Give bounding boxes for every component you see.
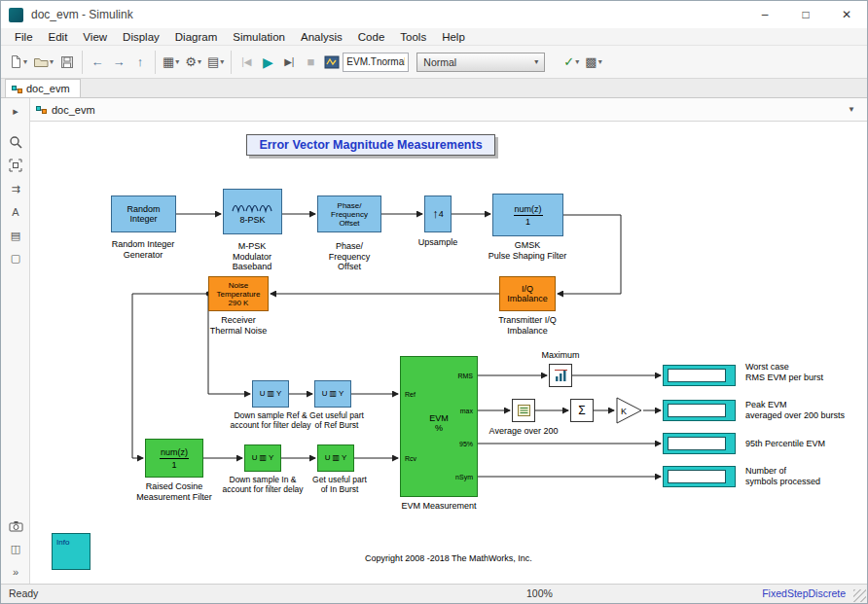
menu-view[interactable]: View xyxy=(75,28,115,46)
status-solver[interactable]: FixedStepDiscrete xyxy=(762,587,846,599)
annotation-button[interactable]: A xyxy=(1,201,30,223)
evm-rms-port: RMS xyxy=(457,373,473,380)
menubar: File Edit View Display Diagram Simulatio… xyxy=(1,28,867,46)
running-maximum-icon xyxy=(554,369,568,382)
run-button[interactable]: ▶ xyxy=(257,50,278,75)
save-button[interactable] xyxy=(56,50,78,75)
evm-measurement-block[interactable]: Ref Rcv RMS max 95% nSym EVM% xyxy=(400,356,478,497)
simulation-data-inspector-button[interactable] xyxy=(321,50,343,75)
simulation-stop-time-input[interactable] xyxy=(343,53,409,72)
forward-button[interactable]: → xyxy=(108,50,129,75)
mpsk-modulator-block[interactable]: 8-PSK xyxy=(223,189,282,234)
resize-grip[interactable] xyxy=(853,589,866,602)
toolbar-separator xyxy=(82,51,83,74)
simulation-mode-dropdown[interactable]: Normal ▾ xyxy=(416,53,545,72)
up-to-parent-button[interactable]: ↑ xyxy=(129,50,151,75)
evm-rcv-port: Rcv xyxy=(405,455,416,463)
menu-help[interactable]: Help xyxy=(434,28,473,46)
random-integer-generator-block[interactable]: Random Integer xyxy=(111,195,176,232)
minimize-button[interactable]: – xyxy=(744,1,785,28)
get-ref-burst-block[interactable]: U ▥ Y xyxy=(314,380,351,408)
sum-block[interactable]: Σ xyxy=(570,399,594,422)
selector-icon: ▥ xyxy=(259,453,267,463)
display-peak-evm[interactable] xyxy=(663,400,736,421)
gain-block[interactable]: K xyxy=(616,397,643,424)
palette-toolbar: ▸ ⇉ A ▤ ▢ ◫ » xyxy=(1,98,30,584)
average-block[interactable] xyxy=(512,399,535,422)
area-button[interactable]: ▢ xyxy=(1,247,30,268)
model-file-icon xyxy=(36,104,47,115)
signal-wires[interactable] xyxy=(30,122,867,584)
selector-icon: ▥ xyxy=(329,389,337,399)
receiver-thermal-noise-block[interactable]: Noise Temperature 290 K xyxy=(208,276,269,311)
maximum-block[interactable] xyxy=(549,364,572,387)
menu-analysis[interactable]: Analysis xyxy=(293,28,350,46)
toolbar-separator xyxy=(155,51,156,74)
viewmarks-button[interactable] xyxy=(1,515,30,537)
fit-to-view-button[interactable] xyxy=(1,155,30,176)
status-zoom-level: 100% xyxy=(526,587,553,599)
get-in-burst-block[interactable]: U ▥ Y xyxy=(317,444,354,472)
new-model-button[interactable]: ▾ xyxy=(7,50,30,75)
fit-to-view-icon xyxy=(9,159,22,172)
display-num-symbols[interactable] xyxy=(663,466,736,487)
scope-icon xyxy=(324,55,340,69)
maximize-button[interactable]: □ xyxy=(785,1,826,28)
folder-icon xyxy=(33,55,49,68)
model-settings-button[interactable]: ⚙ ▾ xyxy=(182,50,204,75)
model-file-icon xyxy=(12,84,22,94)
toolbar: ▾ ▾ ← → ↑ ▦ ▾ ⚙ ▾ ▤ ▾ |◀ ▶ ▶| ■ xyxy=(1,46,867,79)
psk-waveform-icon xyxy=(232,199,274,213)
display-95th-percentile[interactable] xyxy=(663,433,736,454)
tabbar: doc_evm xyxy=(1,79,867,98)
library-browser-button[interactable]: ▦ ▾ xyxy=(160,50,182,75)
menu-tools[interactable]: Tools xyxy=(392,28,434,46)
model-data-button[interactable]: ◫ xyxy=(1,538,30,559)
tab-doc-evm[interactable]: doc_evm xyxy=(5,79,81,97)
menu-file[interactable]: File xyxy=(7,28,41,46)
content-area: ▸ ⇉ A ▤ ▢ ◫ » doc_evm ▼ xyxy=(1,98,867,584)
window-title: doc_evm - Simulink xyxy=(31,8,133,21)
stop-button[interactable]: ■ xyxy=(300,50,321,75)
breadcrumb: doc_evm ▼ xyxy=(30,98,867,122)
expand-palette-button[interactable]: » xyxy=(1,561,30,583)
evm-nsym-port: nSym xyxy=(455,474,473,481)
step-back-button[interactable]: |◀ xyxy=(235,50,257,75)
save-icon xyxy=(60,55,74,69)
statusbar: Ready 100% FixedStepDiscrete xyxy=(1,584,867,603)
raised-cosine-filter-block[interactable]: num(z) 1 xyxy=(145,439,203,478)
menu-simulation[interactable]: Simulation xyxy=(225,28,293,46)
copyright-annotation: Copyright 2008 -2018 The MathWorks, Inc. xyxy=(303,553,595,563)
downsample-in-block[interactable]: U ▥ Y xyxy=(244,444,281,472)
transmitter-iq-imbalance-block[interactable]: I/Q Imbalance xyxy=(499,276,556,311)
display-worst-case-rms[interactable] xyxy=(663,365,736,386)
camera-icon xyxy=(9,520,23,532)
breadcrumb-model-name[interactable]: doc_evm xyxy=(52,104,95,116)
model-data-editor-button[interactable]: ▤ ▾ xyxy=(204,50,227,75)
open-model-button[interactable]: ▾ xyxy=(30,50,56,75)
hide-explorer-bar-button[interactable]: ▸ xyxy=(1,100,30,122)
breadcrumb-dropdown-button[interactable]: ▼ xyxy=(842,103,861,116)
downsample-ref-block[interactable]: U ▥ Y xyxy=(252,380,289,408)
model-canvas[interactable]: Error Vector Magnitude Measurements Rand… xyxy=(30,122,867,584)
zoom-button[interactable] xyxy=(1,131,30,153)
menu-edit[interactable]: Edit xyxy=(41,28,76,46)
menu-display[interactable]: Display xyxy=(115,28,167,46)
menu-diagram[interactable]: Diagram xyxy=(167,28,225,46)
model-advisor-button[interactable]: ✓ ▾ xyxy=(561,50,582,75)
editor-area: doc_evm ▼ xyxy=(30,98,867,584)
svg-text:K: K xyxy=(621,407,627,416)
average-icon xyxy=(517,404,531,417)
zoom-shortcuts-button[interactable]: ⇉ xyxy=(1,178,30,199)
back-button[interactable]: ← xyxy=(87,50,108,75)
gmsk-pulse-shaping-filter-block[interactable]: num(z) 1 xyxy=(492,194,563,236)
close-button[interactable]: ✕ xyxy=(826,1,867,28)
info-block[interactable]: Info xyxy=(52,533,90,570)
menu-code[interactable]: Code xyxy=(350,28,393,46)
upsample-block[interactable]: ↑ 4 xyxy=(424,195,452,232)
simulink-window: doc_evm - Simulink – □ ✕ File Edit View … xyxy=(0,0,868,604)
phase-frequency-offset-block[interactable]: Phase/ Frequency Offset xyxy=(317,195,381,232)
image-annotation-button[interactable]: ▤ xyxy=(1,225,30,246)
step-forward-button[interactable]: ▶| xyxy=(278,50,300,75)
build-button[interactable]: ▩ ▾ xyxy=(582,50,604,75)
